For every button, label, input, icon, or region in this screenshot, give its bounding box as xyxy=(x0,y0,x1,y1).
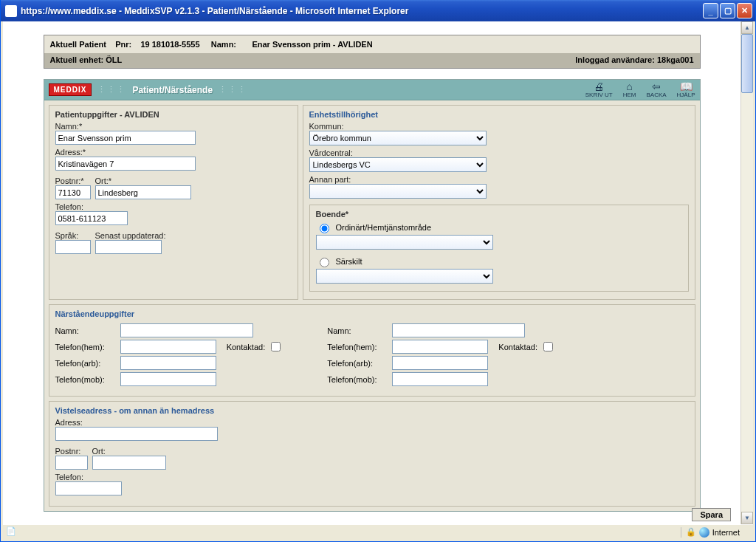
book-icon: 📖 xyxy=(680,81,693,92)
home-button[interactable]: ⌂HEM xyxy=(623,81,636,98)
sarskilt-radio[interactable] xyxy=(320,258,329,267)
patient-name-label: Namn: xyxy=(211,40,236,49)
status-bar: 📄 🔒 Internet xyxy=(3,524,753,539)
patient-section-title: Patientuppgifter - AVLIDEN xyxy=(55,110,292,119)
header-divider: ⋮⋮⋮ xyxy=(97,85,126,95)
stay-phone-label: Telefon: xyxy=(55,473,689,481)
kin1-kontakt-checkbox[interactable] xyxy=(271,342,281,351)
app-window: https://www.meddix.se - MeddixSVP v2.1.3… xyxy=(0,0,756,542)
window-controls: _ ▢ ✕ xyxy=(703,3,752,18)
current-patient-label: Aktuell Patient xyxy=(50,40,106,49)
scroll-down-arrow-icon[interactable]: ▼ xyxy=(741,512,753,524)
logged-user-value: 18kga001 xyxy=(657,55,694,64)
kin2-name-input[interactable] xyxy=(392,323,525,337)
annan-part-select[interactable] xyxy=(309,184,487,199)
boende-title: Boende* xyxy=(316,210,682,219)
current-unit-value: ÖLL xyxy=(106,55,122,64)
patient-row: Aktuell Patient Pnr: 19 181018-5555 Namn… xyxy=(44,35,700,53)
address-label: Adress:* xyxy=(55,148,292,157)
kin2-hem-input[interactable] xyxy=(392,340,488,354)
back-button[interactable]: ⇦BACKA xyxy=(646,81,666,98)
kin2-arb-input[interactable] xyxy=(392,356,488,370)
updated-label: Senast uppdaterad: xyxy=(95,231,166,240)
phone-label: Telefon: xyxy=(55,202,292,211)
kin1-hem-input[interactable] xyxy=(120,340,216,354)
home-icon: ⌂ xyxy=(626,81,632,92)
address-input[interactable] xyxy=(55,157,196,171)
updated-input[interactable] xyxy=(95,240,162,254)
pnr-value: 19 181018-5555 xyxy=(140,40,199,49)
unit-panel: Enhetstillhörighet Kommun: Örebro kommun… xyxy=(303,105,695,300)
scroll-thumb[interactable] xyxy=(741,34,753,93)
ordinart-label: Ordinärt/Hemtjänstområde xyxy=(336,223,432,232)
close-button[interactable]: ✕ xyxy=(737,3,752,18)
vertical-scrollbar[interactable]: ▲ ▼ xyxy=(740,21,753,524)
zone-label: Internet xyxy=(712,528,740,537)
globe-icon xyxy=(699,527,709,538)
ordinart-select[interactable] xyxy=(316,235,493,250)
lock-icon: 🔒 xyxy=(686,527,696,537)
language-input[interactable] xyxy=(55,240,91,254)
ie-page-icon: 📄 xyxy=(6,526,18,538)
stay-ort-input[interactable] xyxy=(92,456,166,470)
logged-user-label: Inloggad användare: xyxy=(575,55,655,64)
kin1-arb-input[interactable] xyxy=(120,356,216,370)
unit-row: Aktuell enhet: ÖLL Inloggad användare: 1… xyxy=(44,53,700,68)
patient-details-panel: Patientuppgifter - AVLIDEN Namn:* Adress… xyxy=(49,105,298,300)
help-button[interactable]: 📖HJÄLP xyxy=(677,81,695,98)
patient-header-box: Aktuell Patient Pnr: 19 181018-5555 Namn… xyxy=(44,35,701,69)
client-area: Aktuell Patient Pnr: 19 181018-5555 Namn… xyxy=(3,21,753,524)
minimize-button[interactable]: _ xyxy=(703,3,718,18)
kin-panel: Närståendeuppgifter Namn: Telefon(hem): … xyxy=(49,304,695,397)
ort-label: Ort:* xyxy=(95,176,191,185)
stay-title: Vistelseadress - om annan än hemadress xyxy=(55,406,689,415)
kommun-select[interactable]: Örebro kommun xyxy=(309,131,487,145)
ordinart-radio[interactable] xyxy=(320,224,329,233)
kin-column-2: Namn: Telefon(hem): Kontaktad: Telefon(a… xyxy=(327,321,555,388)
vardcentral-select[interactable]: Lindesbergs VC xyxy=(309,157,487,172)
stay-address-label: Adress: xyxy=(55,418,689,427)
kin-title: Närståendeuppgifter xyxy=(55,309,689,318)
stay-phone-input[interactable] xyxy=(55,481,122,495)
kin2-kontakt-checkbox[interactable] xyxy=(543,342,553,351)
sarskilt-select[interactable] xyxy=(316,269,493,284)
meddix-logo: MEDDIX xyxy=(49,83,92,96)
name-input[interactable] xyxy=(55,131,196,145)
print-button[interactable]: 🖨SKRIV UT xyxy=(585,81,613,98)
maximize-button[interactable]: ▢ xyxy=(720,3,735,18)
postnr-label: Postnr:* xyxy=(55,176,91,185)
scroll-up-arrow-icon[interactable]: ▲ xyxy=(741,21,753,34)
security-zone: 🔒 Internet xyxy=(681,527,753,538)
boende-box: Boende* Ordinärt/Hemtjänstområde Särskil… xyxy=(309,205,689,292)
postnr-input[interactable] xyxy=(55,185,91,199)
ort-input[interactable] xyxy=(95,185,191,199)
sarskilt-label: Särskilt xyxy=(336,257,362,266)
kin2-mob-input[interactable] xyxy=(392,372,488,386)
unit-section-title: Enhetstillhörighet xyxy=(309,110,689,119)
kin1-name-input[interactable] xyxy=(120,323,253,337)
stay-address-input[interactable] xyxy=(55,427,218,441)
stay-ort-label: Ort: xyxy=(92,447,166,456)
save-button[interactable]: Spara xyxy=(692,508,731,521)
back-arrow-icon: ⇦ xyxy=(652,81,661,92)
annan-part-label: Annan part: xyxy=(309,175,689,184)
pnr-label: Pnr: xyxy=(115,40,131,49)
page-title: Patient/Närstående xyxy=(132,85,213,95)
phone-input[interactable] xyxy=(55,211,128,225)
patient-name-value: Enar Svensson prim - AVLIDEN xyxy=(252,40,372,49)
form-body: Patientuppgifter - AVLIDEN Namn:* Adress… xyxy=(44,100,700,511)
title-bar: https://www.meddix.se - MeddixSVP v2.1.3… xyxy=(1,0,755,21)
stay-panel: Vistelseadress - om annan än hemadress A… xyxy=(49,401,695,507)
kommun-label: Kommun: xyxy=(309,122,689,131)
form-container: MEDDIX ⋮⋮⋮ Patient/Närstående ⋮⋮⋮ 🖨SKRIV… xyxy=(44,79,701,512)
name-label: Namn:* xyxy=(55,122,292,131)
kin-column-1: Namn: Telefon(hem): Kontaktad: Telefon(a… xyxy=(55,321,284,388)
header-divider: ⋮⋮⋮ xyxy=(219,85,247,95)
stay-postnr-input[interactable] xyxy=(55,456,88,470)
vardcentral-label: Vårdcentral: xyxy=(309,148,689,157)
printer-icon: 🖨 xyxy=(594,81,604,92)
form-header: MEDDIX ⋮⋮⋮ Patient/Närstående ⋮⋮⋮ 🖨SKRIV… xyxy=(44,80,700,100)
page-content: Aktuell Patient Pnr: 19 181018-5555 Namn… xyxy=(3,21,740,524)
kin1-mob-input[interactable] xyxy=(120,372,216,386)
current-unit-label: Aktuell enhet: xyxy=(50,55,104,64)
